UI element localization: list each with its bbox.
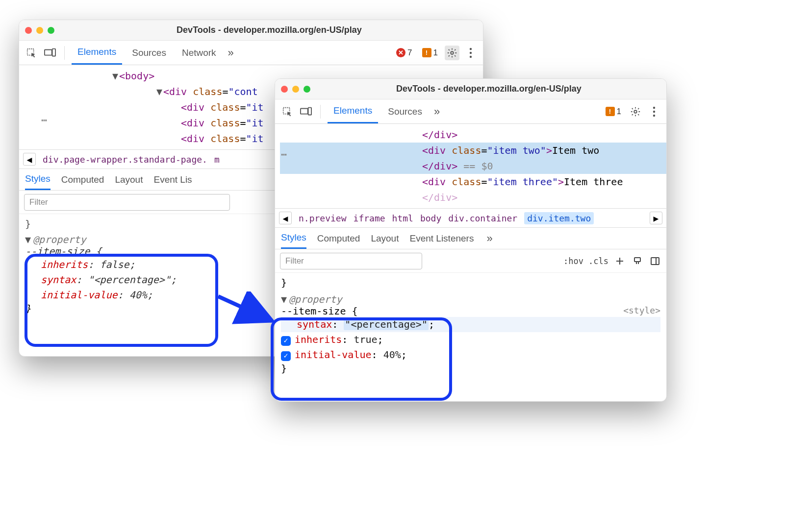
subtab-layout[interactable]: Layout [371,228,399,249]
traffic-lights [281,86,310,93]
svg-rect-1 [45,49,52,55]
styles-tools: Filter :hov .cls [275,249,666,273]
warning-badge[interactable]: ! 1 [603,107,624,117]
rule-selector[interactable]: --item-size { [281,305,660,317]
select-element-icon[interactable] [280,104,295,119]
filter-input[interactable]: Filter [280,253,422,269]
tabs-overflow-icon[interactable]: » [226,47,236,59]
close-icon[interactable] [281,86,288,93]
subtab-computed[interactable]: Computed [61,169,104,190]
tab-network[interactable]: Network [176,41,222,65]
warning-icon: ! [606,107,615,116]
subtab-layout[interactable]: Layout [115,169,143,190]
tab-elements[interactable]: Elements [72,41,122,65]
svg-point-3 [451,51,454,54]
subtab-styles[interactable]: Styles [281,228,306,249]
subtab-styles[interactable]: Styles [25,169,51,190]
devices-icon[interactable] [299,104,313,119]
tabs-overflow-icon[interactable]: » [432,105,442,118]
subtab-event-listeners[interactable]: Event Lis [153,169,192,190]
style-source-link[interactable]: <style> [623,305,660,315]
at-property-label: @property [33,234,86,245]
svg-point-13 [653,114,655,116]
dom-overflow-icon[interactable]: ⋯ [41,112,48,128]
svg-rect-15 [651,258,659,265]
panel-right-icon[interactable] [649,255,661,267]
styles-subtabs: Styles Computed Layout Event Listeners » [275,228,666,249]
svg-point-6 [470,55,472,57]
breadcrumb-next-icon[interactable]: ▶ [650,212,662,224]
minimize-icon[interactable] [36,27,43,34]
minimize-icon[interactable] [292,86,299,93]
gear-icon[interactable] [628,104,643,119]
breadcrumb: ◀ n.preview iframe html body div.contain… [275,208,666,228]
breadcrumb-item-active[interactable]: div.item.two [524,212,594,224]
breadcrumb-item[interactable]: body [420,213,441,223]
tab-sources[interactable]: Sources [382,99,428,123]
devtools-window-2: DevTools - developer.mozilla.org/en-US/p… [275,78,667,402]
select-element-icon[interactable] [24,46,39,60]
breadcrumb-item[interactable]: div.container [448,213,517,223]
cls-toggle[interactable]: .cls [588,256,608,266]
svg-rect-2 [52,48,55,56]
breadcrumb-item[interactable]: n.preview [299,213,347,223]
svg-point-4 [470,48,472,49]
warning-badge[interactable]: ! 1 [419,48,441,58]
filter-input[interactable]: Filter [24,194,230,211]
svg-rect-9 [308,107,311,115]
svg-point-11 [653,106,655,108]
property-checkbox[interactable] [281,351,291,361]
svg-point-12 [653,110,655,112]
maximize-icon[interactable] [304,86,310,93]
kebab-icon[interactable] [463,46,478,60]
devtools-toolbar: Elements Sources Network » ✕ 7 ! 1 [19,41,483,65]
close-icon[interactable] [25,27,32,34]
titlebar[interactable]: DevTools - developer.mozilla.org/en-US/p… [275,79,666,99]
svg-point-5 [470,51,472,53]
error-badge[interactable]: ✕ 7 [393,48,415,58]
at-property-label: @property [289,293,342,305]
warning-icon: ! [422,48,431,57]
kebab-icon[interactable] [647,104,661,119]
titlebar[interactable]: DevTools - developer.mozilla.org/en-US/p… [19,20,483,41]
tab-sources[interactable]: Sources [126,41,172,65]
breadcrumb-item[interactable]: m [214,154,220,165]
dom-overflow-icon[interactable]: ⋯ [281,146,287,162]
breadcrumb-prev-icon[interactable]: ◀ [23,153,36,166]
brush-icon[interactable] [631,255,644,267]
traffic-lights [25,27,54,34]
maximize-icon[interactable] [48,27,54,34]
property-checkbox[interactable] [281,336,291,346]
subtabs-overflow-icon[interactable]: » [484,232,494,245]
window-title: DevTools - developer.mozilla.org/en-US/p… [61,25,477,35]
window-title: DevTools - developer.mozilla.org/en-US/p… [317,84,660,94]
tab-elements[interactable]: Elements [328,99,378,123]
subtab-computed[interactable]: Computed [317,228,360,249]
plus-icon[interactable] [613,255,626,267]
breadcrumb-item[interactable]: div.page-wrapper.standard-page. [43,154,207,165]
dom-tree[interactable]: </div> ⋯ <div class="item two">Item two … [275,124,666,208]
breadcrumb-item[interactable]: iframe [354,213,385,223]
svg-rect-8 [301,108,308,114]
devices-icon[interactable] [43,46,57,60]
svg-rect-14 [634,258,640,262]
devtools-toolbar: Elements Sources » ! 1 [275,99,666,124]
hov-toggle[interactable]: :hov [563,256,583,266]
subtab-event-listeners[interactable]: Event Listeners [409,228,474,249]
breadcrumb-prev-icon[interactable]: ◀ [279,212,292,224]
breadcrumb-item[interactable]: html [392,213,413,223]
styles-pane[interactable]: } ▼@property <style> --item-size { synta… [275,273,666,401]
gear-icon[interactable] [445,46,459,60]
svg-point-10 [634,110,637,113]
error-icon: ✕ [396,48,405,57]
